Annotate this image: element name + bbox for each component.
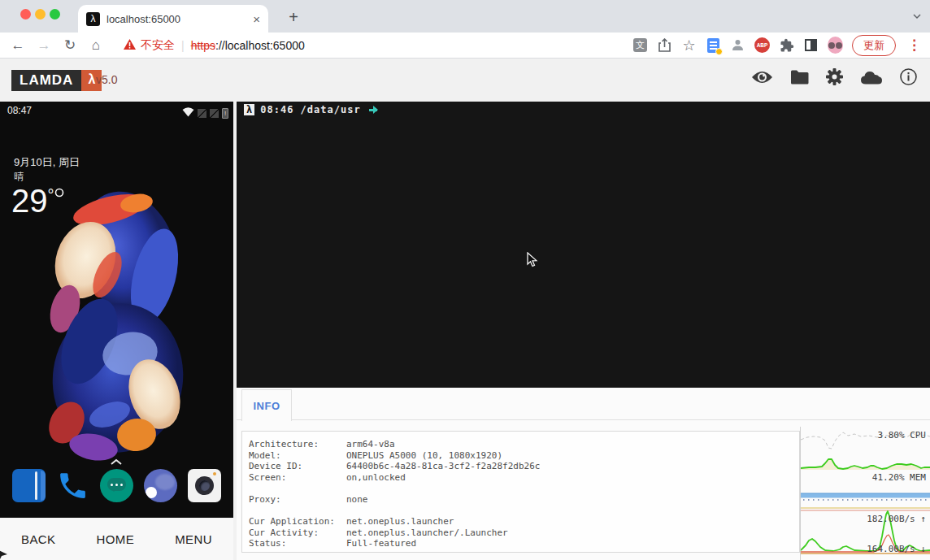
prompt-lambda-badge: λ [244, 104, 254, 115]
device-info-panel: Architecture:arm64-v8aModel:ONEPLUS A500… [241, 431, 800, 553]
update-button[interactable]: 更新 [852, 35, 896, 56]
info-row-label: Model: [249, 450, 346, 462]
gear-icon[interactable] [826, 68, 843, 85]
info-row-label: Status: [249, 538, 346, 549]
url-text[interactable]: ://localhost:65000 [215, 39, 305, 52]
app-drawer-chevron-icon[interactable] [110, 454, 123, 469]
new-tab-button[interactable]: + [283, 8, 304, 27]
corner-cursor-artifact [0, 549, 8, 560]
info-row-value: Full-featured [346, 538, 416, 549]
reader-mode-icon[interactable] [803, 37, 819, 53]
maximize-window-button[interactable] [50, 9, 60, 20]
camera-app-icon[interactable] [188, 469, 221, 502]
tab-close-icon[interactable]: × [253, 12, 260, 26]
info-row: Status:Full-featured [249, 538, 793, 549]
folder-icon[interactable] [790, 70, 809, 85]
net-down-label: 164.00B/s ↓ [867, 544, 926, 554]
back-icon[interactable]: ← [5, 37, 31, 54]
translate-icon[interactable]: 文 [632, 37, 648, 53]
info-row-label: Cur Application: [249, 516, 346, 527]
weather-label: 晴 [14, 170, 24, 184]
eye-icon[interactable] [751, 70, 773, 85]
no-signal-icon [198, 109, 206, 118]
info-row-label: Architecture: [249, 439, 346, 450]
toolbar-extensions: 文 ☆ ABP 更新 ⋮ [632, 35, 930, 56]
cloud-icon[interactable] [860, 69, 883, 85]
version-label: v5.0 [96, 73, 117, 86]
not-secure-label: 不安全 [141, 38, 175, 53]
tab-info[interactable]: INFO [241, 389, 292, 421]
reload-icon[interactable]: ↻ [57, 37, 83, 54]
extensions-puzzle-icon[interactable] [779, 37, 794, 53]
browser-toolbar: ← → ↻ ⌂ 不安全 | https://localhost:65000 文 … [0, 33, 930, 59]
person-extension-icon[interactable] [730, 37, 745, 53]
tab-title: localhost:65000 [106, 13, 248, 25]
home-icon[interactable]: ⌂ [83, 37, 109, 54]
info-row: Architecture:arm64-v8a [249, 439, 793, 450]
profile-avatar[interactable] [828, 37, 843, 53]
menu-kebab-icon[interactable]: ⋮ [905, 37, 923, 54]
info-row: Cur Application:net.oneplus.launcher [249, 516, 793, 527]
info-icon[interactable] [900, 68, 917, 85]
lambda-favicon-icon: λ [86, 12, 100, 26]
info-row-value: ONEPLUS A5000 (10, 1080x1920) [346, 450, 502, 462]
mouse-cursor [527, 252, 540, 271]
mem-label: 41.20% MEM [872, 472, 926, 483]
logo-text: LAMDA [11, 70, 81, 91]
android-statusbar: 08:47 ! [0, 102, 233, 119]
performance-graphs: 3.80% CPU 41.20% MEM 182.00B/s ↑ 164.00B… [801, 427, 930, 560]
info-row-value: on,unlocked [346, 472, 406, 484]
lamda-logo: LAMDA λ [11, 70, 102, 91]
wifi-icon [182, 106, 194, 120]
gallery-app-icon[interactable] [144, 469, 177, 502]
back-button[interactable]: BACK [21, 532, 55, 546]
app-header: LAMDA λ v5.0 [0, 59, 930, 102]
window-titlebar: λ localhost:65000 × + [0, 0, 930, 33]
no-signal-icon [210, 109, 219, 118]
bookmark-star-icon[interactable]: ☆ [681, 37, 697, 53]
prompt-text: 08:46 /data/usr [260, 104, 360, 115]
info-row-label: Device ID: [249, 461, 346, 472]
minimize-window-button[interactable] [35, 9, 46, 20]
info-row: Device ID:64400b6c-4a28-81ca-3cf2-f2a28f… [249, 461, 793, 472]
adblock-plus-icon[interactable]: ABP [754, 37, 770, 53]
info-row-label: Screen: [249, 472, 346, 484]
prompt-arrow-icon [369, 109, 377, 111]
perf-sparklines [801, 427, 930, 560]
info-row-label: Cur Activity: [249, 527, 346, 539]
info-row [249, 483, 793, 494]
phone-app-icon[interactable] [56, 469, 89, 502]
info-row-label [249, 483, 346, 494]
info-row-value: arm64-v8a [346, 439, 395, 450]
contacts-app-icon[interactable] [12, 469, 46, 502]
warning-triangle-icon [124, 38, 136, 53]
info-row-label: Proxy: [249, 494, 346, 506]
info-row-value: net.oneplus.launcher [346, 516, 454, 527]
url-scheme: https [191, 39, 215, 52]
status-time: 08:47 [7, 105, 32, 116]
forward-icon[interactable]: → [31, 37, 57, 54]
security-chip[interactable]: 不安全 | https://localhost:65000 [124, 38, 305, 53]
messages-app-icon[interactable] [100, 469, 133, 502]
info-row-value: none [346, 494, 368, 506]
home-button[interactable]: HOME [97, 532, 135, 546]
info-row [249, 506, 793, 517]
net-up-label: 182.00B/s ↑ [867, 514, 926, 524]
terminal-panel[interactable]: λ 08:46 /data/usr [237, 102, 930, 388]
info-row: Cur Activity:net.oneplus.launcher/.Launc… [249, 527, 793, 539]
chevron-down-icon[interactable] [912, 11, 922, 21]
close-window-button[interactable] [20, 9, 31, 20]
download-doc-extension-icon[interactable] [706, 37, 721, 53]
info-row: Model:ONEPLUS A5000 (10, 1080x1920) [249, 450, 793, 462]
share-icon[interactable] [657, 37, 672, 53]
bottom-panel: INFO Architecture:arm64-v8aModel:ONEPLUS… [237, 388, 930, 560]
mem-band [801, 493, 930, 498]
tab-strip: INFO [237, 388, 930, 420]
temperature-widget: 29° [11, 183, 54, 219]
chip-divider: | [181, 39, 185, 52]
browser-tab[interactable]: λ localhost:65000 × [78, 5, 268, 33]
menu-button[interactable]: MENU [175, 532, 212, 546]
device-nav-bar: BACK HOME MENU [0, 518, 233, 560]
wallpaper-art [33, 179, 203, 463]
device-screen-mirror[interactable]: 08:47 ! 9月10日, 周日 晴 29° [0, 102, 233, 518]
